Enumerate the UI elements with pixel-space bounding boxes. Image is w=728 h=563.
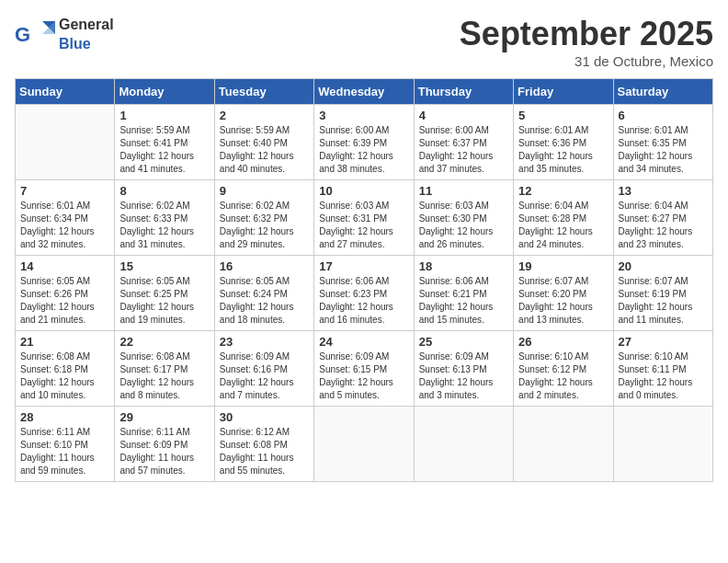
calendar-cell xyxy=(16,105,115,180)
header-thursday: Thursday xyxy=(414,79,513,105)
calendar-cell: 7Sunrise: 6:01 AM Sunset: 6:34 PM Daylig… xyxy=(16,180,115,256)
header-monday: Monday xyxy=(115,79,214,105)
day-info: Sunrise: 6:01 AM Sunset: 6:36 PM Dayligh… xyxy=(518,124,608,176)
calendar-cell: 11Sunrise: 6:03 AM Sunset: 6:30 PM Dayli… xyxy=(414,180,513,256)
calendar-cell: 24Sunrise: 6:09 AM Sunset: 6:15 PM Dayli… xyxy=(314,331,414,407)
calendar-cell: 5Sunrise: 6:01 AM Sunset: 6:36 PM Daylig… xyxy=(514,105,613,180)
day-number: 18 xyxy=(419,259,508,273)
day-number: 28 xyxy=(20,410,109,424)
calendar-cell: 20Sunrise: 6:07 AM Sunset: 6:19 PM Dayli… xyxy=(613,256,712,331)
day-number: 10 xyxy=(319,184,408,198)
calendar-cell: 9Sunrise: 6:02 AM Sunset: 6:32 PM Daylig… xyxy=(214,180,313,256)
day-info: Sunrise: 6:09 AM Sunset: 6:13 PM Dayligh… xyxy=(419,350,508,402)
week-row-4: 28Sunrise: 6:11 AM Sunset: 6:10 PM Dayli… xyxy=(16,407,713,482)
calendar-cell: 29Sunrise: 6:11 AM Sunset: 6:09 PM Dayli… xyxy=(115,407,214,482)
calendar-cell: 30Sunrise: 6:12 AM Sunset: 6:08 PM Dayli… xyxy=(214,407,313,482)
week-row-1: 7Sunrise: 6:01 AM Sunset: 6:34 PM Daylig… xyxy=(16,180,713,256)
day-info: Sunrise: 5:59 AM Sunset: 6:40 PM Dayligh… xyxy=(220,124,309,176)
subtitle: 31 de Octubre, Mexico xyxy=(460,53,713,69)
calendar-cell: 21Sunrise: 6:08 AM Sunset: 6:18 PM Dayli… xyxy=(16,331,115,407)
calendar-cell: 22Sunrise: 6:08 AM Sunset: 6:17 PM Dayli… xyxy=(115,331,214,407)
day-info: Sunrise: 6:00 AM Sunset: 6:37 PM Dayligh… xyxy=(419,124,508,176)
day-number: 15 xyxy=(119,259,209,273)
calendar-cell: 25Sunrise: 6:09 AM Sunset: 6:13 PM Dayli… xyxy=(414,331,513,407)
month-title: September 2025 xyxy=(460,15,713,53)
day-info: Sunrise: 6:10 AM Sunset: 6:12 PM Dayligh… xyxy=(518,350,608,402)
day-info: Sunrise: 6:05 AM Sunset: 6:26 PM Dayligh… xyxy=(20,275,109,327)
day-info: Sunrise: 6:00 AM Sunset: 6:39 PM Dayligh… xyxy=(319,124,408,176)
header-tuesday: Tuesday xyxy=(214,79,313,105)
day-number: 4 xyxy=(419,109,508,122)
day-info: Sunrise: 6:05 AM Sunset: 6:24 PM Dayligh… xyxy=(220,275,309,327)
day-number: 16 xyxy=(220,259,309,273)
calendar-cell: 16Sunrise: 6:05 AM Sunset: 6:24 PM Dayli… xyxy=(214,256,313,331)
day-info: Sunrise: 6:01 AM Sunset: 6:35 PM Dayligh… xyxy=(619,124,708,176)
day-number: 5 xyxy=(518,109,608,122)
day-number: 9 xyxy=(220,184,309,198)
calendar-cell xyxy=(414,407,513,482)
day-number: 3 xyxy=(319,109,408,122)
day-info: Sunrise: 6:01 AM Sunset: 6:34 PM Dayligh… xyxy=(20,200,109,251)
day-number: 22 xyxy=(119,335,209,349)
day-info: Sunrise: 6:06 AM Sunset: 6:21 PM Dayligh… xyxy=(419,275,508,327)
day-info: Sunrise: 6:06 AM Sunset: 6:23 PM Dayligh… xyxy=(319,275,408,327)
day-info: Sunrise: 6:08 AM Sunset: 6:18 PM Dayligh… xyxy=(20,350,109,402)
calendar-cell: 23Sunrise: 6:09 AM Sunset: 6:16 PM Dayli… xyxy=(214,331,313,407)
weekday-header-row: Sunday Monday Tuesday Wednesday Thursday… xyxy=(16,79,713,105)
day-info: Sunrise: 6:07 AM Sunset: 6:20 PM Dayligh… xyxy=(518,275,608,327)
day-number: 20 xyxy=(619,259,708,273)
calendar-cell: 6Sunrise: 6:01 AM Sunset: 6:35 PM Daylig… xyxy=(613,105,712,180)
header-friday: Friday xyxy=(514,79,613,105)
day-number: 13 xyxy=(619,184,708,198)
calendar-cell: 13Sunrise: 6:04 AM Sunset: 6:27 PM Dayli… xyxy=(613,180,712,256)
calendar-cell xyxy=(514,407,613,482)
day-info: Sunrise: 6:10 AM Sunset: 6:11 PM Dayligh… xyxy=(619,350,708,402)
day-info: Sunrise: 6:02 AM Sunset: 6:33 PM Dayligh… xyxy=(119,200,209,251)
header-sunday: Sunday xyxy=(16,79,115,105)
day-info: Sunrise: 6:12 AM Sunset: 6:08 PM Dayligh… xyxy=(220,426,309,477)
calendar-cell: 4Sunrise: 6:00 AM Sunset: 6:37 PM Daylig… xyxy=(414,105,513,180)
calendar-cell: 14Sunrise: 6:05 AM Sunset: 6:26 PM Dayli… xyxy=(16,256,115,331)
day-number: 25 xyxy=(419,335,508,349)
day-number: 29 xyxy=(119,410,209,424)
calendar-cell: 1Sunrise: 5:59 AM Sunset: 6:41 PM Daylig… xyxy=(115,105,214,180)
calendar-cell xyxy=(613,407,712,482)
calendar-cell: 10Sunrise: 6:03 AM Sunset: 6:31 PM Dayli… xyxy=(314,180,414,256)
week-row-3: 21Sunrise: 6:08 AM Sunset: 6:18 PM Dayli… xyxy=(16,331,713,407)
day-info: Sunrise: 6:04 AM Sunset: 6:28 PM Dayligh… xyxy=(518,200,608,251)
day-number: 17 xyxy=(319,259,408,273)
day-info: Sunrise: 6:09 AM Sunset: 6:15 PM Dayligh… xyxy=(319,350,408,402)
logo-text: General Blue xyxy=(59,15,114,53)
day-number: 2 xyxy=(220,109,309,122)
day-info: Sunrise: 6:05 AM Sunset: 6:25 PM Dayligh… xyxy=(119,275,209,327)
calendar-cell: 8Sunrise: 6:02 AM Sunset: 6:33 PM Daylig… xyxy=(115,180,214,256)
day-info: Sunrise: 6:04 AM Sunset: 6:27 PM Dayligh… xyxy=(619,200,708,251)
calendar-cell: 2Sunrise: 5:59 AM Sunset: 6:40 PM Daylig… xyxy=(214,105,313,180)
logo-text-general: General xyxy=(59,17,114,32)
day-number: 8 xyxy=(119,184,209,198)
week-row-2: 14Sunrise: 6:05 AM Sunset: 6:26 PM Dayli… xyxy=(16,256,713,331)
day-info: Sunrise: 6:09 AM Sunset: 6:16 PM Dayligh… xyxy=(220,350,309,402)
calendar-cell: 15Sunrise: 6:05 AM Sunset: 6:25 PM Dayli… xyxy=(115,256,214,331)
day-number: 19 xyxy=(518,259,608,273)
header-wednesday: Wednesday xyxy=(314,79,414,105)
day-info: Sunrise: 6:03 AM Sunset: 6:31 PM Dayligh… xyxy=(319,200,408,251)
calendar-cell: 17Sunrise: 6:06 AM Sunset: 6:23 PM Dayli… xyxy=(314,256,414,331)
day-number: 24 xyxy=(319,335,408,349)
day-number: 14 xyxy=(20,259,109,273)
day-info: Sunrise: 6:02 AM Sunset: 6:32 PM Dayligh… xyxy=(220,200,309,251)
calendar-cell xyxy=(314,407,414,482)
day-info: Sunrise: 5:59 AM Sunset: 6:41 PM Dayligh… xyxy=(119,124,209,176)
calendar-cell: 26Sunrise: 6:10 AM Sunset: 6:12 PM Dayli… xyxy=(514,331,613,407)
day-number: 1 xyxy=(119,109,209,122)
calendar-cell: 19Sunrise: 6:07 AM Sunset: 6:20 PM Dayli… xyxy=(514,256,613,331)
logo: G General Blue xyxy=(15,15,114,53)
day-number: 6 xyxy=(619,109,708,122)
day-number: 26 xyxy=(518,335,608,349)
day-number: 21 xyxy=(20,335,109,349)
day-info: Sunrise: 6:08 AM Sunset: 6:17 PM Dayligh… xyxy=(119,350,209,402)
logo-text-blue: Blue xyxy=(59,36,91,52)
day-info: Sunrise: 6:03 AM Sunset: 6:30 PM Dayligh… xyxy=(419,200,508,251)
calendar-table: Sunday Monday Tuesday Wednesday Thursday… xyxy=(15,78,713,482)
day-number: 12 xyxy=(518,184,608,198)
